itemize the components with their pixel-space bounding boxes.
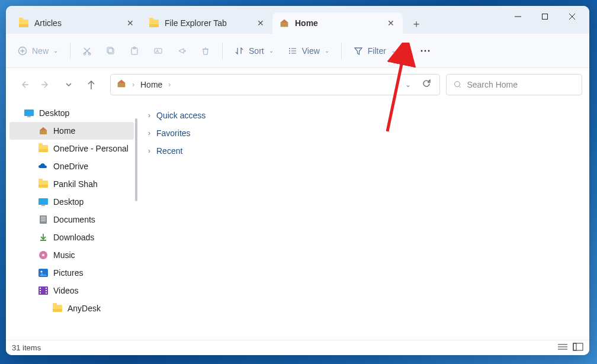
sidebar-item-desktop2[interactable]: Desktop (9, 193, 134, 211)
svg-rect-40 (40, 290, 41, 291)
sidebar-item-home[interactable]: Home (9, 122, 134, 140)
documents-icon (38, 215, 49, 224)
svg-rect-44 (46, 292, 47, 294)
scrollbar-thumb[interactable] (135, 118, 137, 201)
svg-point-24 (455, 81, 460, 86)
tab-label: Home (295, 18, 380, 28)
body: Desktop Home OneDrive - Personal OneDriv… (6, 101, 589, 340)
group-label: Recent (156, 146, 182, 156)
svg-rect-28 (38, 198, 48, 205)
chevron-right-icon: › (148, 111, 150, 120)
music-icon (38, 250, 49, 260)
search-box[interactable] (446, 74, 582, 95)
svg-rect-43 (46, 290, 47, 291)
more-button[interactable] (414, 40, 436, 62)
svg-rect-10 (107, 47, 113, 53)
refresh-icon (422, 79, 431, 88)
search-input[interactable] (467, 80, 574, 89)
svg-rect-42 (46, 288, 47, 289)
share-button[interactable] (171, 40, 192, 62)
tab-articles[interactable]: Articles ✕ (12, 12, 142, 34)
separator (70, 43, 70, 59)
minimize-button[interactable] (504, 7, 531, 26)
sidebar-item-user[interactable]: Pankil Shah (9, 175, 134, 193)
view-button[interactable]: View ⌄ (282, 40, 335, 62)
address-dropdown[interactable]: ⌄ (405, 80, 411, 89)
paste-icon (130, 46, 139, 56)
trash-icon (201, 46, 210, 56)
svg-point-21 (421, 50, 423, 51)
address-bar[interactable]: › Home › ⌄ (110, 74, 440, 95)
sidebar-item-label: Desktop (53, 197, 84, 207)
svg-rect-30 (40, 215, 47, 224)
svg-rect-9 (108, 49, 114, 54)
arrow-left-icon (18, 79, 29, 90)
chevron-right-icon: › (148, 147, 150, 155)
sidebar-item-downloads[interactable]: Downloads (9, 228, 134, 246)
sidebar-item-anydesk[interactable]: AnyDesk (9, 299, 134, 317)
back-button[interactable] (13, 74, 34, 95)
paste-button[interactable] (124, 40, 145, 62)
home-icon (38, 126, 49, 136)
svg-text:A: A (156, 49, 159, 54)
sidebar-item-label: AnyDesk (68, 304, 101, 313)
sidebar-item-onedrive-personal[interactable]: OneDrive - Personal (9, 140, 134, 157)
desktop-icon (24, 108, 34, 118)
delete-button[interactable] (195, 40, 216, 62)
close-window-button[interactable] (559, 7, 586, 26)
svg-point-17 (289, 53, 290, 54)
sidebar-item-pictures[interactable]: Pictures (9, 264, 134, 282)
group-favorites[interactable]: › Favorites (148, 124, 579, 142)
thumbnails-view-button[interactable] (573, 343, 583, 353)
sidebar-item-documents[interactable]: Documents (9, 211, 134, 228)
recent-locations-button[interactable] (58, 74, 79, 95)
tab-file-explorer[interactable]: File Explorer Tab ✕ (142, 12, 272, 34)
separator (222, 43, 223, 59)
filter-button[interactable]: Filter ⌄ (348, 40, 402, 62)
new-button[interactable]: New ⌄ (12, 40, 64, 62)
home-icon (280, 18, 289, 28)
copy-button[interactable] (100, 40, 121, 62)
sidebar-item-videos[interactable]: Videos (9, 282, 134, 299)
close-tab-icon[interactable]: ✕ (386, 18, 396, 28)
svg-rect-48 (573, 343, 583, 350)
content-pane[interactable]: › Quick access › Favorites › Recent (137, 101, 589, 340)
tab-home[interactable]: Home ✕ (272, 12, 403, 34)
cut-icon (82, 46, 92, 56)
close-tab-icon[interactable]: ✕ (126, 18, 135, 28)
svg-rect-26 (24, 109, 34, 116)
search-icon (454, 80, 461, 89)
sidebar-item-music[interactable]: Music (9, 246, 134, 264)
more-icon (420, 49, 431, 53)
folder-icon (38, 144, 49, 153)
up-button[interactable] (81, 74, 102, 95)
navigation-pane[interactable]: Desktop Home OneDrive - Personal OneDriv… (6, 101, 137, 340)
sidebar-item-onedrive[interactable]: OneDrive (9, 157, 134, 175)
rename-button[interactable]: A (147, 40, 169, 62)
chevron-down-icon: ⌄ (391, 47, 396, 54)
breadcrumb-home[interactable]: Home (140, 80, 162, 89)
cut-button[interactable] (76, 40, 98, 62)
chevron-right-icon: › (132, 80, 134, 89)
sidebar-item-label: Home (53, 126, 75, 136)
title-bar: Articles ✕ File Explorer Tab ✕ Home ✕ ＋ (6, 6, 589, 34)
sidebar-item-label: Music (53, 250, 75, 260)
refresh-button[interactable] (419, 76, 434, 93)
new-tab-button[interactable]: ＋ (406, 14, 426, 34)
group-quick-access[interactable]: › Quick access (148, 107, 579, 124)
details-view-button[interactable] (557, 343, 568, 353)
folder-icon (52, 304, 63, 313)
svg-point-22 (425, 50, 426, 51)
svg-rect-41 (40, 292, 41, 294)
svg-rect-49 (573, 343, 576, 350)
sidebar-item-desktop[interactable]: Desktop (9, 104, 134, 122)
close-tab-icon[interactable]: ✕ (256, 18, 265, 28)
maximize-button[interactable] (531, 7, 559, 26)
forward-button[interactable] (36, 74, 57, 95)
pictures-icon (38, 268, 49, 278)
sort-button[interactable]: Sort ⌄ (229, 40, 280, 62)
group-recent[interactable]: › Recent (148, 142, 579, 160)
filter-label: Filter (368, 46, 386, 56)
copy-icon (106, 46, 115, 56)
sort-label: Sort (249, 46, 264, 56)
